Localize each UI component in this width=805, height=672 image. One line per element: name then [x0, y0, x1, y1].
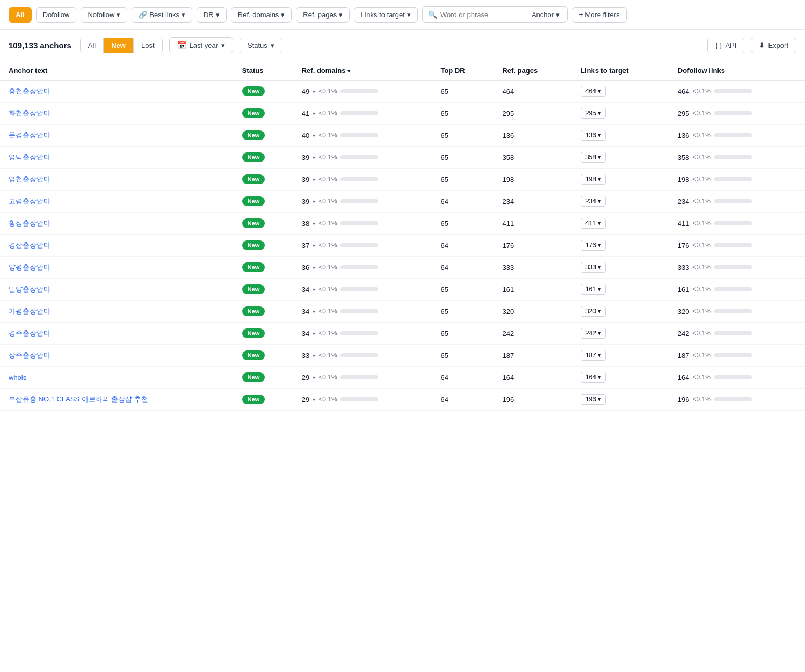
anchor-link[interactable]: 영덕출장안마: [9, 153, 50, 161]
dofollow-links-num: 234: [678, 198, 690, 206]
top-dr-cell: 64: [432, 389, 494, 411]
ref-domains-dropdown-icon[interactable]: ▾: [313, 287, 315, 293]
ref-domains-dropdown-icon[interactable]: ▾: [313, 89, 315, 94]
ref-domains-bar: [340, 221, 378, 225]
anchor-link[interactable]: 양평출장안마: [9, 263, 50, 271]
ref-domains-dropdown-icon[interactable]: ▾: [313, 155, 315, 160]
anchor-link[interactable]: 상주출장안마: [9, 351, 50, 359]
links-to-target-dropdown[interactable]: 411 ▾: [581, 218, 606, 229]
table-row: 영덕출장안마New 39 ▾ <0.1% 65358 358 ▾ 358 <0.…: [0, 147, 805, 169]
ref-domains-pct: <0.1%: [318, 176, 337, 183]
anchor-link[interactable]: 고령출장안마: [9, 197, 50, 205]
links-to-target-num: 295: [585, 109, 596, 117]
anchor-link[interactable]: 문경출장안마: [9, 131, 50, 139]
ref-domains-cell: 34 ▾ <0.1%: [293, 279, 432, 301]
ref-domains-dropdown-icon[interactable]: ▾: [313, 111, 315, 116]
links-to-target-dropdown[interactable]: 295 ▾: [581, 108, 606, 119]
links-to-target-dropdown[interactable]: 464 ▾: [581, 86, 606, 97]
nofollow-filter-btn[interactable]: Nofollow ▾: [81, 7, 127, 23]
best-links-filter-btn[interactable]: 🔗 Best links ▾: [132, 7, 192, 23]
api-btn[interactable]: { } API: [707, 38, 744, 53]
ref-domains-dropdown-icon[interactable]: ▾: [313, 331, 315, 337]
chevron-down-icon: ▾: [281, 11, 285, 19]
dofollow-links-cell: 234 <0.1%: [669, 191, 805, 213]
ref-domains-dropdown-icon[interactable]: ▾: [313, 221, 315, 227]
ref-pages-cell: 161: [494, 279, 571, 301]
ref-domains-num: 36: [302, 264, 309, 272]
table-row: 경산출장안마New 37 ▾ <0.1% 64176 176 ▾ 176 <0.…: [0, 235, 805, 257]
ref-domains-dropdown-icon[interactable]: ▾: [313, 397, 315, 403]
tab-lost[interactable]: Lost: [133, 38, 162, 53]
ref-domains-dropdown-icon[interactable]: ▾: [313, 375, 315, 381]
dofollow-links-num: 196: [678, 396, 690, 404]
links-to-target-num: 187: [585, 352, 596, 359]
anchor-text-cell: 밀양출장안마: [0, 279, 234, 301]
ref-domains-pct: <0.1%: [318, 396, 337, 403]
links-to-target-dropdown[interactable]: 187 ▾: [581, 350, 606, 361]
anchor-link[interactable]: 밀양출장안마: [9, 285, 50, 293]
ref-pages-filter-btn[interactable]: Ref. pages ▾: [296, 7, 350, 23]
anchor-link[interactable]: 횡성출장안마: [9, 219, 50, 227]
status-btn[interactable]: Status ▾: [240, 38, 282, 53]
links-to-target-dropdown[interactable]: 198 ▾: [581, 174, 606, 185]
links-to-target-dropdown[interactable]: 234 ▾: [581, 196, 606, 207]
dofollow-pct: <0.1%: [693, 87, 711, 95]
dofollow-pct: <0.1%: [693, 176, 711, 183]
search-input[interactable]: [440, 11, 526, 19]
anchor-dropdown-btn[interactable]: Anchor ▾: [530, 11, 562, 19]
anchor-link[interactable]: 영천출장안마: [9, 175, 50, 183]
links-to-target-dropdown[interactable]: 164 ▾: [581, 372, 606, 383]
anchor-link[interactable]: 경산출장안마: [9, 241, 50, 249]
search-wrap: 🔍 Anchor ▾: [422, 6, 568, 23]
links-to-target-dropdown[interactable]: 196 ▾: [581, 394, 606, 405]
export-icon: ⬇: [759, 41, 765, 49]
dofollow-links-cell: 164 <0.1%: [669, 367, 805, 389]
status-cell: New: [234, 367, 293, 389]
export-btn[interactable]: ⬇ Export: [751, 38, 796, 53]
tab-all[interactable]: All: [81, 38, 103, 53]
anchor-link[interactable]: whois: [9, 374, 26, 382]
col-dofollow-links: Dofollow links: [669, 61, 805, 81]
anchor-text-cell: 홍천출장안마: [0, 81, 234, 103]
ref-domains-dropdown-icon[interactable]: ▾: [313, 133, 315, 138]
links-to-target-dropdown[interactable]: 320 ▾: [581, 306, 606, 317]
dofollow-links-cell: 320 <0.1%: [669, 301, 805, 323]
table-row: 화천출장안마New 41 ▾ <0.1% 65295 295 ▾ 295 <0.…: [0, 103, 805, 125]
ref-domains-pct: <0.1%: [318, 220, 337, 227]
ref-domains-filter-btn[interactable]: Ref. domains ▾: [231, 7, 292, 23]
table-row: 상주출장안마New 33 ▾ <0.1% 65187 187 ▾ 187 <0.…: [0, 345, 805, 367]
top-dr-cell: 65: [432, 213, 494, 235]
dr-filter-btn[interactable]: DR ▾: [197, 7, 227, 23]
links-to-target-dropdown[interactable]: 161 ▾: [581, 284, 606, 295]
links-to-target-dropdown[interactable]: 242 ▾: [581, 328, 606, 339]
ref-domains-dropdown-icon[interactable]: ▾: [313, 353, 315, 359]
dofollow-links-cell: 295 <0.1%: [669, 103, 805, 125]
anchor-link[interactable]: 부산유흥 NO.1 CLASS 아로하의 출장샵 추천: [9, 395, 148, 403]
links-to-target-cell: 187 ▾: [572, 345, 669, 367]
anchor-link[interactable]: 가평출장안마: [9, 307, 50, 315]
ref-domains-dropdown-icon[interactable]: ▾: [313, 177, 315, 182]
ref-domains-dropdown-icon[interactable]: ▾: [313, 309, 315, 315]
links-to-target-filter-btn[interactable]: Links to target ▾: [354, 7, 418, 23]
more-filters-btn[interactable]: + More filters: [572, 7, 627, 23]
links-to-target-dropdown[interactable]: 333 ▾: [581, 262, 606, 273]
dofollow-bar: [714, 221, 752, 225]
col-ref-domains[interactable]: Ref. domains ▾: [293, 61, 432, 81]
ref-domains-dropdown-icon[interactable]: ▾: [313, 265, 315, 271]
table-row: 가평출장안마New 34 ▾ <0.1% 65320 320 ▾ 320 <0.…: [0, 301, 805, 323]
links-to-target-dropdown[interactable]: 358 ▾: [581, 152, 606, 163]
anchor-link[interactable]: 홍천출장안마: [9, 87, 50, 95]
links-to-target-dropdown[interactable]: 176 ▾: [581, 240, 606, 251]
anchor-text-cell: 영천출장안마: [0, 169, 234, 191]
ref-domains-dropdown-icon[interactable]: ▾: [313, 243, 315, 249]
dofollow-pct: <0.1%: [693, 132, 711, 139]
tab-new[interactable]: New: [103, 38, 133, 53]
anchor-link[interactable]: 경주출장안마: [9, 329, 50, 337]
last-year-btn[interactable]: 📅 Last year ▾: [169, 37, 233, 53]
ref-domains-cell: 34 ▾ <0.1%: [293, 323, 432, 345]
anchor-link[interactable]: 화천출장안마: [9, 109, 50, 117]
ref-domains-dropdown-icon[interactable]: ▾: [313, 199, 315, 204]
all-filter-btn[interactable]: All: [9, 7, 32, 23]
links-to-target-dropdown[interactable]: 136 ▾: [581, 130, 606, 141]
dofollow-filter-btn[interactable]: Dofollow: [36, 7, 77, 23]
